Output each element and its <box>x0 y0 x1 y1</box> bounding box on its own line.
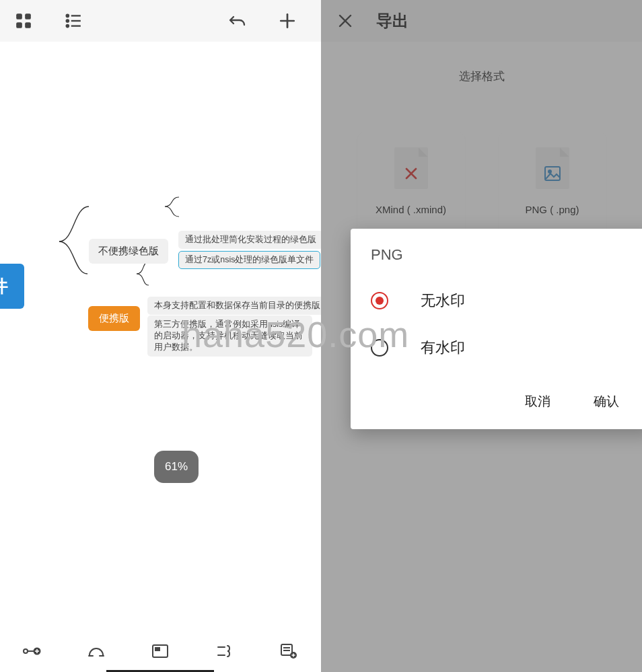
svg-rect-0 <box>16 13 22 20</box>
cancel-button[interactable]: 取消 <box>525 393 550 410</box>
mindmap-branch-node[interactable]: 便携版 <box>88 306 140 331</box>
editor-bottom-toolbar <box>0 630 321 672</box>
mindmap-branch-node[interactable]: 不便携绿色版 <box>89 239 168 264</box>
node-add-icon[interactable] <box>16 635 48 667</box>
grid-icon[interactable] <box>15 11 32 30</box>
zoom-badge: 61% <box>154 451 199 483</box>
svg-point-18 <box>24 649 28 653</box>
editor-pane: 色软件 不便携绿色版 通过批处理简化安装过程的绿色版 通过7z或nsis处理的绿… <box>0 0 321 672</box>
radio-icon <box>371 339 388 357</box>
arc-icon[interactable] <box>80 635 112 667</box>
svg-point-8 <box>67 25 69 27</box>
radio-label: 有水印 <box>421 338 465 358</box>
png-options-dialog: PNG 无水印 有水印 取消 确认 <box>351 229 642 429</box>
app-root: 色软件 不便携绿色版 通过批处理简化安装过程的绿色版 通过7z或nsis处理的绿… <box>0 0 642 672</box>
mindmap-canvas[interactable]: 色软件 不便携绿色版 通过批处理简化安装过程的绿色版 通过7z或nsis处理的绿… <box>0 42 321 630</box>
svg-point-4 <box>67 15 69 17</box>
mindmap-leaf-node[interactable]: 本身支持配置和数据保存当前目录的便携版 <box>147 297 321 315</box>
confirm-button[interactable]: 确认 <box>594 393 619 410</box>
radio-option-no-watermark[interactable]: 无水印 <box>371 291 635 311</box>
frame-icon[interactable] <box>144 635 176 667</box>
dialog-actions: 取消 确认 <box>371 385 635 422</box>
svg-rect-1 <box>25 13 31 20</box>
radio-icon <box>371 292 388 309</box>
outline-list-icon[interactable] <box>65 11 82 30</box>
svg-point-6 <box>67 20 69 22</box>
undo-icon[interactable] <box>227 11 246 30</box>
mindmap-root-node[interactable]: 色软件 <box>0 264 24 309</box>
svg-rect-2 <box>16 22 22 28</box>
editor-top-toolbar <box>0 0 321 42</box>
dialog-title: PNG <box>371 246 635 264</box>
add-icon[interactable] <box>279 11 296 30</box>
radio-label: 无水印 <box>421 291 465 311</box>
mindmap-leaf-node-selected[interactable]: 通过7z或nsis处理的绿色版单文件 <box>178 251 320 269</box>
mindmap-leaf-node[interactable]: 通过批处理简化安装过程的绿色版 <box>178 231 321 249</box>
svg-rect-3 <box>25 22 31 28</box>
svg-rect-26 <box>155 647 160 651</box>
note-add-icon[interactable] <box>273 635 305 667</box>
radio-option-with-watermark[interactable]: 有水印 <box>371 338 635 358</box>
collapse-icon[interactable] <box>209 635 241 667</box>
mindmap-leaf-node[interactable]: 第三方便携版，通常例如采用nsis编译的启动器，支持异机移动无缝读取当前用户数据… <box>147 315 312 357</box>
